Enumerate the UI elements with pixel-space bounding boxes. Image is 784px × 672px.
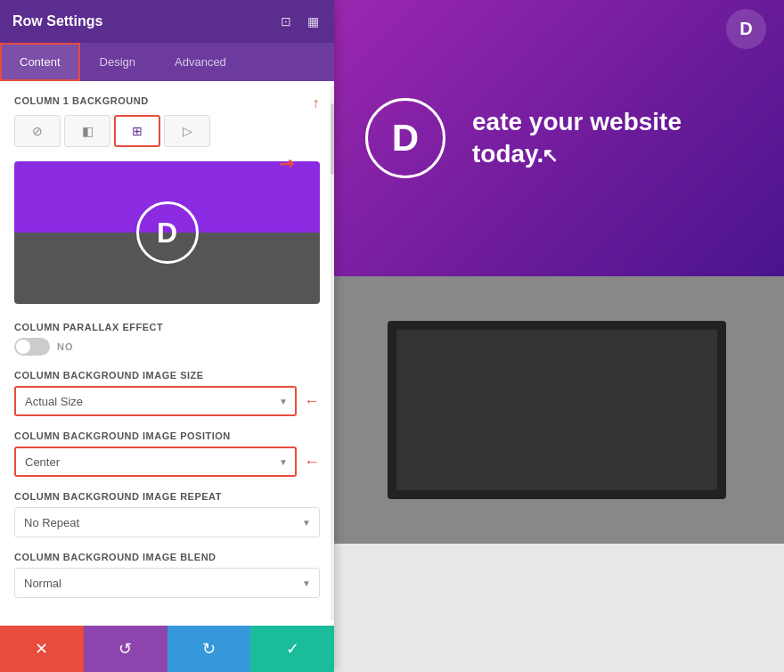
preview-wrapper: D ↙ bbox=[14, 161, 320, 304]
parallax-label: Column Parallax Effect bbox=[14, 322, 320, 332]
repeat-select-wrapper: No Repeat Repeat Repeat X Repeat Y ▼ bbox=[14, 507, 320, 537]
website-hero: D eate your website today. ↖ D bbox=[330, 0, 784, 276]
blend-select[interactable]: Normal Multiply Screen Overlay Darken Li… bbox=[14, 568, 320, 598]
laptop-screen bbox=[388, 321, 726, 499]
redo-icon: ↻ bbox=[202, 639, 216, 659]
bg-type-color-btn[interactable]: ⊘ bbox=[14, 115, 61, 147]
row-settings-panel: Row Settings ⊡ ▦ Content Design Advanced… bbox=[0, 0, 334, 672]
image-icon: ⊞ bbox=[132, 124, 143, 138]
repeat-select[interactable]: No Repeat Repeat Repeat X Repeat Y bbox=[14, 507, 320, 537]
repeat-label: Column Background Image Repeat bbox=[14, 491, 320, 502]
tab-design[interactable]: Design bbox=[80, 43, 155, 81]
position-select[interactable]: Center Top Left Top Center Top Right Cen… bbox=[14, 447, 297, 477]
panel-body: Column 1 Background ↑ ⊘ ◧ ⊞ ▷ D bbox=[0, 81, 334, 626]
fullscreen-icon[interactable]: ⊡ bbox=[277, 12, 295, 30]
position-field: Column Background Image Position Center … bbox=[14, 430, 320, 477]
blend-select-wrapper: Normal Multiply Screen Overlay Darken Li… bbox=[14, 568, 320, 598]
background-image-preview: D bbox=[14, 161, 320, 304]
redo-button[interactable]: ↻ bbox=[167, 626, 251, 672]
parallax-value: NO bbox=[57, 341, 74, 352]
annotation-arrow-position: ← bbox=[304, 453, 320, 471]
panel-title: Row Settings bbox=[12, 13, 102, 29]
position-select-wrapper: Center Top Left Top Center Top Right Cen… bbox=[14, 447, 297, 477]
bg-type-video-btn[interactable]: ▷ bbox=[164, 115, 210, 147]
size-field-row: Actual Size Cover Contain Custom ▼ ← bbox=[14, 386, 320, 416]
tab-advanced[interactable]: Advanced bbox=[155, 43, 246, 81]
parallax-toggle[interactable] bbox=[14, 338, 50, 356]
bg-type-gradient-btn[interactable]: ◧ bbox=[64, 115, 110, 147]
undo-icon: ↺ bbox=[118, 639, 132, 659]
save-icon: ✓ bbox=[286, 639, 299, 659]
cancel-button[interactable]: ✕ bbox=[0, 626, 84, 672]
website-laptop-area bbox=[330, 276, 784, 672]
scrollbar-track bbox=[331, 86, 334, 620]
divi-logo-preview: D bbox=[136, 201, 199, 264]
blend-field: Column Background Image Blend Normal Mul… bbox=[14, 552, 320, 598]
scrollbar-thumb[interactable] bbox=[331, 103, 334, 175]
laptop-image bbox=[330, 276, 784, 544]
repeat-field: Column Background Image Repeat No Repeat… bbox=[14, 491, 320, 537]
size-select[interactable]: Actual Size Cover Contain Custom bbox=[14, 386, 297, 416]
undo-button[interactable]: ↺ bbox=[84, 626, 167, 672]
column-background-label: Column 1 Background ↑ bbox=[14, 95, 320, 106]
cursor-icon: ↖ bbox=[542, 144, 558, 167]
size-field: Column Background Image Size Actual Size… bbox=[14, 370, 320, 416]
tab-content[interactable]: Content bbox=[0, 43, 80, 81]
gradient-icon: ◧ bbox=[82, 124, 94, 138]
parallax-field: Column Parallax Effect NO bbox=[14, 322, 320, 356]
color-fill-icon: ⊘ bbox=[32, 124, 43, 138]
size-label: Column Background Image Size bbox=[14, 370, 320, 381]
save-button[interactable]: ✓ bbox=[250, 626, 334, 672]
divi-logo-corner: D bbox=[726, 9, 766, 49]
panel-header: Row Settings ⊡ ▦ bbox=[0, 0, 334, 43]
hero-text: eate your website today. ↖ bbox=[472, 106, 748, 171]
position-label: Column Background Image Position bbox=[14, 430, 320, 441]
cancel-icon: ✕ bbox=[35, 639, 48, 659]
video-icon: ▷ bbox=[183, 124, 192, 138]
columns-icon[interactable]: ▦ bbox=[304, 12, 322, 30]
bg-type-row: ⊘ ◧ ⊞ ▷ bbox=[14, 115, 320, 147]
blend-label: Column Background Image Blend bbox=[14, 552, 320, 562]
bg-type-image-btn[interactable]: ⊞ bbox=[114, 115, 160, 147]
panel-tabs: Content Design Advanced bbox=[0, 43, 334, 81]
panel-header-icons: ⊡ ▦ bbox=[277, 12, 322, 30]
size-select-wrapper: Actual Size Cover Contain Custom ▼ bbox=[14, 386, 297, 416]
divi-logo-hero: D bbox=[365, 98, 445, 178]
laptop-screen-inner bbox=[396, 330, 717, 490]
panel-footer: ✕ ↺ ↻ ✓ bbox=[0, 626, 334, 672]
annotation-arrow-top: ↑ bbox=[313, 95, 321, 111]
annotation-arrow-size: ← bbox=[304, 392, 320, 411]
parallax-toggle-row: NO bbox=[14, 338, 320, 356]
position-field-row: Center Top Left Top Center Top Right Cen… bbox=[14, 447, 320, 477]
